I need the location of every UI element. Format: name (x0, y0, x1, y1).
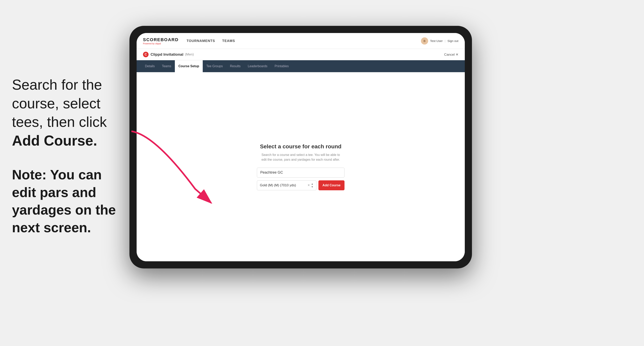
cancel-button[interactable]: Cancel ✕ (444, 52, 458, 57)
tab-details[interactable]: Details (142, 60, 158, 72)
tournament-name: Clippd Invitational (150, 52, 184, 57)
select-title: Select a course for each round (260, 143, 341, 150)
tab-bar: Details Teams Course Setup Tee Groups Re… (136, 60, 465, 72)
tee-clear-icon[interactable]: × (308, 183, 310, 187)
tablet-frame: SCOREBOARD Powered by clippd TOURNAMENTS… (130, 26, 472, 268)
top-nav: SCOREBOARD Powered by clippd TOURNAMENTS… (136, 33, 465, 49)
nav-divider: | (445, 39, 446, 42)
instruction-text: Search for thecourse, selecttees, then c… (12, 76, 130, 150)
brand-logo: SCOREBOARD Powered by clippd (143, 37, 178, 45)
tab-teams[interactable]: Teams (158, 60, 175, 72)
chevron-down-icon[interactable]: ▼ (311, 185, 314, 188)
tab-results[interactable]: Results (226, 60, 244, 72)
select-description: Search for a course and select a tee. Yo… (261, 153, 340, 162)
tee-select-wrapper[interactable]: Gold (M) (M) (7010 yds) × ▲ ▼ (257, 180, 316, 190)
nav-right: B Test User | Sign out (421, 37, 458, 44)
add-course-button[interactable]: Add Course (318, 180, 344, 190)
tee-chevrons: ▲ ▼ (311, 182, 314, 188)
nav-teams[interactable]: TEAMS (222, 39, 235, 43)
tournament-header: C Clippd Invitational (Men) Cancel ✕ (136, 49, 465, 60)
tournament-subtitle: (Men) (185, 52, 194, 56)
nav-tournaments[interactable]: TOURNAMENTS (186, 39, 215, 43)
tournament-icon: C (143, 52, 148, 57)
tablet-screen: SCOREBOARD Powered by clippd TOURNAMENTS… (136, 33, 465, 261)
tee-select-value: Gold (M) (M) (7010 yds) (260, 183, 296, 187)
tab-course-setup[interactable]: Course Setup (175, 60, 203, 72)
tee-select-row: Gold (M) (M) (7010 yds) × ▲ ▼ Add Course (257, 180, 344, 190)
instruction-note: Note: You can edit pars and yardages on … (12, 166, 130, 236)
chevron-up-icon[interactable]: ▲ (311, 182, 314, 185)
course-search-input[interactable] (257, 168, 344, 177)
main-content: Select a course for each round Search fo… (136, 72, 465, 261)
user-avatar: B (421, 37, 428, 44)
sign-out-link[interactable]: Sign out (448, 39, 458, 42)
brand-sub: Powered by clippd (143, 42, 178, 45)
brand-name: SCOREBOARD (143, 37, 178, 42)
nav-links: TOURNAMENTS TEAMS (186, 39, 235, 43)
tab-leaderboards[interactable]: Leaderboards (244, 60, 271, 72)
tab-tee-groups[interactable]: Tee Groups (203, 60, 226, 72)
user-name: Test User (430, 39, 443, 42)
instruction-area: Search for thecourse, selecttees, then c… (12, 76, 130, 236)
tab-printables[interactable]: Printables (271, 60, 292, 72)
